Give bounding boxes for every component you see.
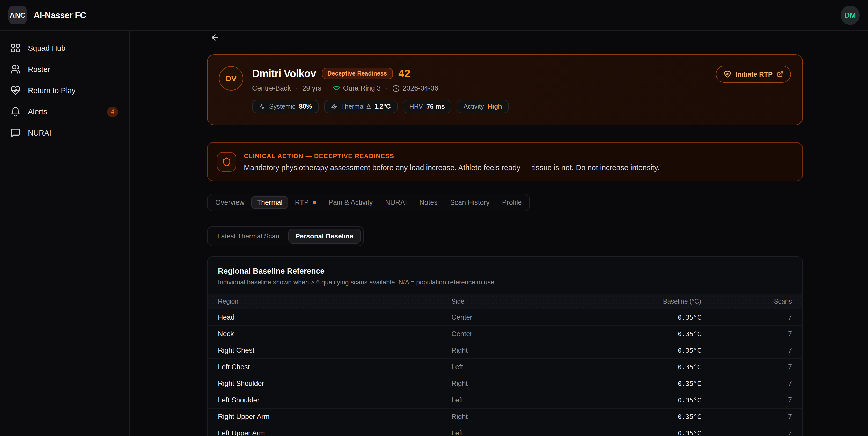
tab-bar: OverviewThermalRTPPain & ActivityNURAINo… [207, 194, 530, 211]
baseline-cell: 0.35°C [600, 326, 701, 342]
vital-chip-hrv: HRV76 ms [403, 100, 452, 113]
sidebar-item-label: Return to Play [28, 87, 118, 95]
chip-value: 1.2°C [374, 103, 391, 110]
sidebar: Squad HubRosterReturn to PlayAlerts4NURA… [0, 31, 130, 436]
sidebar-item-return-to-play[interactable]: Return to Play [6, 81, 123, 100]
topbar: ANC Al-Nasser FC DM [0, 0, 868, 31]
player-meta: Centre-Back · 29 yrs · Oura Ring 3 · 202… [252, 84, 509, 92]
baseline-reference-card: Regional Baseline Reference Individual b… [207, 256, 803, 436]
chip-value: High [488, 103, 502, 110]
alert-dot-icon [312, 201, 316, 204]
scans-cell: 7 [701, 326, 802, 342]
grid-icon [10, 43, 21, 53]
device-item: Oura Ring 3 [333, 84, 381, 92]
subtab-latest-thermal-scan[interactable]: Latest Thermal Scan [210, 229, 286, 244]
chip-value: 80% [299, 103, 312, 110]
column-header-side: Side [451, 294, 600, 309]
table-row: NeckCenter0.35°C7 [208, 326, 802, 342]
chip-value: 76 ms [427, 103, 445, 110]
side-cell: Right [451, 342, 600, 359]
sidebar-nav: Squad HubRosterReturn to PlayAlerts4NURA… [6, 38, 123, 143]
scans-cell: 7 [701, 375, 802, 392]
side-cell: Right [451, 408, 600, 425]
subtab-bar: Latest Thermal ScanPersonal Baseline [207, 226, 364, 246]
tab-label: Thermal [257, 199, 283, 206]
player-avatar: DV [219, 66, 243, 91]
scans-cell: 7 [701, 425, 802, 436]
tab-label: Pain & Activity [329, 199, 373, 206]
column-header-scans: Scans [701, 294, 802, 309]
table-row: Right ChestRight0.35°C7 [208, 342, 802, 359]
tab-pain-activity[interactable]: Pain & Activity [323, 196, 378, 209]
app-title: Al-Nasser FC [34, 10, 86, 20]
region-cell: Right Chest [208, 342, 451, 359]
player-name: Dmitri Volkov [252, 67, 316, 79]
scans-cell: 7 [701, 392, 802, 408]
scan-date: 2026-04-06 [402, 84, 438, 92]
table-row: Left Upper ArmLeft0.35°C7 [208, 425, 802, 436]
sidebar-item-roster[interactable]: Roster [6, 60, 123, 79]
alerts-count-badge: 4 [107, 106, 118, 117]
region-cell: Left Chest [208, 359, 451, 375]
tab-notes[interactable]: Notes [413, 196, 443, 209]
sidebar-item-label: Alerts [28, 108, 100, 116]
player-card: DV Dmitri Volkov Deceptive Readiness 42 … [207, 54, 803, 125]
tab-thermal[interactable]: Thermal [251, 196, 288, 209]
table-header-row: RegionSideBaseline (°C)Scans [208, 294, 802, 309]
sidebar-item-label: NURAI [28, 129, 118, 137]
main-area: DV Dmitri Volkov Deceptive Readiness 42 … [130, 31, 868, 436]
column-header-region: Region [208, 294, 451, 309]
table-row: Right ShoulderRight0.35°C7 [208, 375, 802, 392]
tab-rtp[interactable]: RTP [289, 196, 322, 209]
sidebar-item-nurai[interactable]: NURAI [6, 123, 123, 143]
baseline-cell: 0.35°C [600, 375, 701, 392]
card-title: Regional Baseline Reference [218, 266, 792, 275]
side-cell: Left [451, 392, 600, 408]
side-cell: Right [451, 375, 600, 392]
user-avatar[interactable]: DM [841, 5, 860, 25]
tab-label: NURAI [385, 199, 407, 206]
chip-label: Systemic [269, 103, 295, 110]
sidebar-item-label: Roster [28, 65, 118, 73]
tab-nurai[interactable]: NURAI [379, 196, 412, 209]
vital-chip-systemic: Systemic80% [252, 100, 318, 113]
column-header-baseline-c-: Baseline (°C) [600, 294, 701, 309]
brand: ANC Al-Nasser FC [8, 6, 86, 24]
clinical-action-banner: CLINICAL ACTION — DECEPTIVE READINESS Ma… [207, 142, 803, 181]
sidebar-item-label: Squad Hub [28, 44, 118, 52]
baseline-cell: 0.35°C [600, 342, 701, 359]
app-window: ANC Al-Nasser FC DM Squad HubRosterRetur… [0, 0, 868, 436]
scans-cell: 7 [701, 408, 802, 425]
side-cell: Left [451, 425, 600, 436]
tab-scan-history[interactable]: Scan History [444, 196, 495, 209]
scans-cell: 7 [701, 309, 802, 326]
scan-date-item: 2026-04-06 [392, 84, 438, 92]
tab-label: Profile [502, 199, 522, 206]
sidebar-item-alerts[interactable]: Alerts4 [6, 102, 123, 122]
initiate-rtp-button[interactable]: Initiate RTP [716, 66, 791, 83]
activity-icon [259, 103, 266, 110]
tab-overview[interactable]: Overview [210, 196, 250, 209]
side-cell: Center [451, 326, 600, 342]
subtab-personal-baseline[interactable]: Personal Baseline [288, 229, 361, 244]
shield-icon [217, 152, 236, 171]
table-row: Left ShoulderLeft0.35°C7 [208, 392, 802, 408]
player-position: Centre-Back [252, 84, 291, 92]
sidebar-item-squad-hub[interactable]: Squad Hub [6, 38, 123, 58]
scans-cell: 7 [701, 359, 802, 375]
baseline-cell: 0.35°C [600, 425, 701, 436]
sidebar-divider [0, 427, 129, 427]
baseline-cell: 0.35°C [600, 359, 701, 375]
club-logo: ANC [8, 6, 27, 24]
table-row: HeadCenter0.35°C7 [208, 309, 802, 326]
region-cell: Left Shoulder [208, 392, 451, 408]
side-cell: Center [451, 309, 600, 326]
vital-chip-thermal-: Thermal Δ1.2°C [324, 100, 397, 113]
chip-label: Thermal Δ [341, 103, 371, 110]
back-button[interactable] [210, 33, 220, 44]
tab-label: RTP [295, 199, 309, 206]
chip-label: HRV [409, 103, 423, 110]
users-icon [10, 64, 21, 74]
tab-profile[interactable]: Profile [496, 196, 528, 209]
tab-label: Overview [215, 199, 245, 206]
